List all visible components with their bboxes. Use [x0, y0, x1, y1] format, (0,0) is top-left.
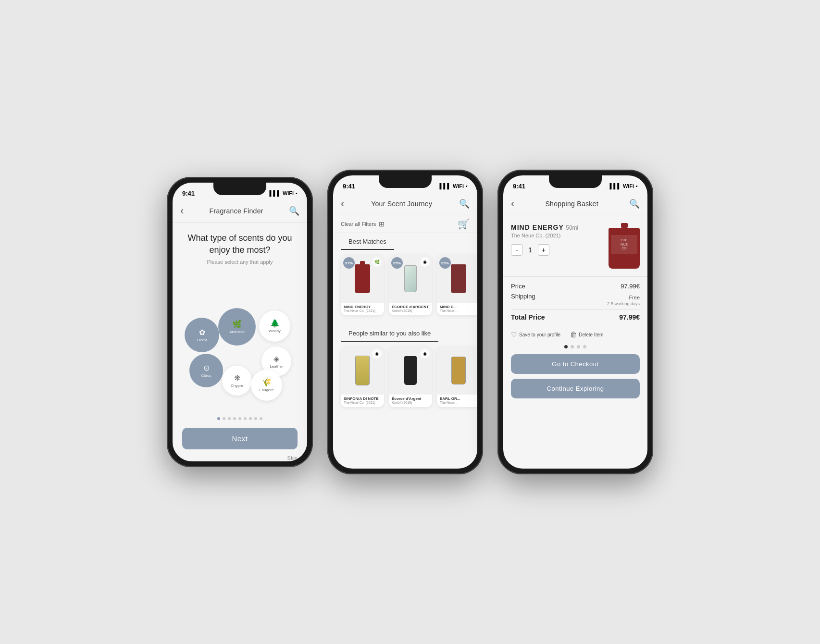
best-matches-section: Best Matches 97% 🌿: [333, 233, 477, 325]
qty-plus-btn[interactable]: +: [538, 244, 549, 256]
bubble-woody[interactable]: 🌲 Woody: [259, 310, 290, 342]
product-info-4: SINFONIA DI NOTE The Neue Co. (2021): [341, 395, 384, 407]
status-icons-3: ▌▌▌ WiFi ▪: [610, 183, 638, 189]
phone-basket: 9:41 ▌▌▌ WiFi ▪ ‹ Shopping Basket 🔍: [497, 170, 653, 474]
screen-3: 9:41 ▌▌▌ WiFi ▪ ‹ Shopping Basket 🔍: [503, 175, 647, 469]
type-icon-4: ◉: [372, 349, 382, 359]
nav-title-1: Fragrance Finder: [210, 207, 263, 215]
search-icon-2[interactable]: 🔍: [459, 198, 470, 209]
price-value: 97.99€: [621, 283, 640, 290]
notch-2: [379, 175, 432, 188]
shipping-value-container: Free 2-5 working days: [607, 293, 640, 306]
search-icon-3[interactable]: 🔍: [629, 198, 640, 209]
match-badge-3: 95%: [439, 257, 451, 269]
product-ecorce-2[interactable]: ◉ Écorce d'Argent Korloff (2019): [389, 347, 432, 407]
best-matches-products: 97% 🌿 MIND ENERGY The Neue Co. (2021): [333, 250, 477, 320]
question-title: What type of scents do you enjoy the mos…: [182, 232, 298, 256]
nav-bar-3: ‹ Shopping Basket 🔍: [503, 195, 647, 215]
save-heart-icon: ♡: [511, 331, 517, 338]
search-icon-1[interactable]: 🔍: [289, 206, 299, 216]
filter-icon[interactable]: ⊞: [379, 220, 385, 228]
battery-icon-1: ▪: [296, 190, 298, 196]
product-ecorce[interactable]: 95% ◉ ÉCORCE d'ARGENT Korloff (2019): [389, 255, 432, 315]
basket-item-info: MIND ENERGY 50ml The Neue Co. (2021) - 1…: [511, 223, 603, 256]
product-name-3: MIND E...: [440, 305, 477, 309]
bubble-floral[interactable]: ✿ Floral: [185, 318, 219, 352]
nav-title-3: Shopping Basket: [545, 200, 598, 208]
screen-2: 9:41 ▌▌▌ WiFi ▪ ‹ Your Scent Journey 🔍 C…: [333, 175, 477, 469]
dot-7: [249, 417, 252, 420]
notch-3: [549, 175, 602, 188]
product-info-6: EARL GR... The Neue...: [437, 395, 477, 407]
back-button-3[interactable]: ‹: [511, 198, 514, 210]
people-also-like-section: People similar to you also like ◉ SINFON…: [333, 325, 477, 417]
shipping-row: Shipping Free 2-5 working days: [511, 293, 640, 306]
product-sinfonia[interactable]: ◉ SINFONIA DI NOTE The Neue Co. (2021): [341, 347, 384, 407]
product-name-5: Écorce d'Argent: [392, 396, 429, 401]
match-badge-2: 95%: [391, 257, 403, 269]
basket-dot-1: [564, 345, 568, 348]
signal-icon-1: ▌▌▌: [270, 190, 281, 196]
status-icons-2: ▌▌▌ WiFi ▪: [440, 183, 468, 189]
next-button[interactable]: Next: [182, 428, 298, 449]
skip-link[interactable]: Skip: [173, 453, 307, 461]
save-to-profile[interactable]: ♡ Save to your profile: [511, 331, 560, 338]
cart-icon-2[interactable]: 🛒: [458, 218, 470, 230]
progress-dots-1: [173, 413, 307, 424]
product-mind-energy-2[interactable]: 95% MIND E... The Neue...: [437, 255, 477, 315]
qty-value: 1: [528, 246, 532, 254]
delete-icon: 🗑: [570, 331, 577, 338]
phone-scent-journey: 9:41 ▌▌▌ WiFi ▪ ‹ Your Scent Journey 🔍 C…: [327, 170, 483, 474]
qty-minus-btn[interactable]: -: [511, 244, 522, 256]
product-brand-2: Korloff (2019): [392, 309, 429, 312]
product-img-1: 97% 🌿: [341, 255, 384, 303]
delete-label: Delete Item: [579, 332, 603, 337]
checkout-button[interactable]: Go to Checkout: [511, 354, 640, 374]
basket-brand: The Neue Co. (2021): [511, 233, 603, 238]
screen-1: 9:41 ▌▌▌ WiFi ▪ ‹ Fragrance Finder 🔍 Wha…: [173, 183, 307, 461]
content-1: What type of scents do you enjoy the mos…: [173, 223, 307, 461]
wifi-icon-2: WiFi: [453, 183, 464, 189]
bubble-fougere[interactable]: 🌾 Fougère: [251, 370, 282, 401]
bubble-aromatic[interactable]: 🌿 Aromatic: [218, 308, 256, 346]
nav-bar-2: ‹ Your Scent Journey 🔍: [333, 195, 477, 215]
time-3: 9:41: [513, 183, 525, 190]
product-img-3: 95%: [437, 255, 477, 303]
bubble-citrus[interactable]: ⊙ Citrus: [189, 354, 223, 387]
basket-dot-3: [577, 345, 580, 348]
qty-control: - 1 +: [511, 244, 603, 256]
product-earl[interactable]: EARL GR... The Neue...: [437, 347, 477, 407]
dot-6: [244, 417, 247, 420]
clear-filters-text[interactable]: Clear all Filters: [341, 221, 376, 227]
question-subtitle: Please select any that apply: [182, 259, 298, 265]
signal-icon-3: ▌▌▌: [610, 183, 621, 189]
price-row: Price 97.99€: [511, 283, 640, 290]
product-name-1: MIND ENERGY: [344, 305, 381, 309]
save-label: Save to your profile: [519, 332, 560, 337]
product-name-2: ÉCORCE d'ARGENT: [392, 305, 429, 309]
product-info-1: MIND ENERGY The Neue Co. (2021): [341, 303, 384, 315]
product-img-2: 95% ◉: [389, 255, 432, 303]
time-1: 9:41: [182, 190, 195, 197]
delete-item[interactable]: 🗑 Delete Item: [570, 331, 603, 338]
bubble-chypre[interactable]: ❋ Chypre: [222, 366, 252, 396]
product-brand-6: The Neue...: [440, 401, 477, 404]
back-button-1[interactable]: ‹: [180, 205, 184, 217]
bottle-image: THENUECO: [609, 228, 640, 269]
basket-item-name: MIND ENERGY 50ml: [511, 223, 603, 232]
filter-bar: Clear all Filters ⊞ 🛒: [333, 215, 477, 233]
dot-4: [233, 417, 236, 420]
content-3: MIND ENERGY 50ml The Neue Co. (2021) - 1…: [503, 215, 647, 469]
wifi-icon-3: WiFi: [623, 183, 634, 189]
dot-1: [217, 417, 220, 420]
product-img-6: [437, 347, 477, 395]
best-matches-title: Best Matches: [341, 233, 394, 250]
total-label: Total Price: [511, 313, 545, 321]
back-button-2[interactable]: ‹: [341, 198, 344, 210]
product-img-5: ◉: [389, 347, 432, 395]
product-brand-4: The Neue Co. (2021): [344, 401, 381, 404]
type-icon-1: 🌿: [372, 257, 382, 267]
signal-icon-2: ▌▌▌: [440, 183, 451, 189]
explore-button[interactable]: Continue Exploring: [511, 379, 640, 398]
product-mind-energy-1[interactable]: 97% 🌿 MIND ENERGY The Neue Co. (2021): [341, 255, 384, 315]
